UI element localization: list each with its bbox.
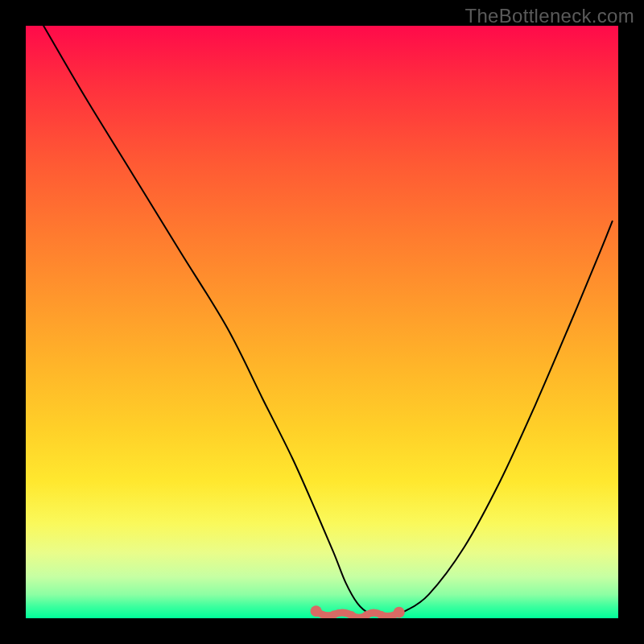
bottleneck-curve (43, 26, 613, 615)
watermark-text: TheBottleneck.com (464, 5, 634, 27)
chart-svg (26, 26, 618, 618)
bottom-marker-group (311, 605, 405, 618)
chart-frame: TheBottleneck.com (0, 0, 644, 644)
marker-dot (311, 605, 322, 617)
plot-area (26, 26, 618, 618)
marker-connector (316, 611, 399, 617)
marker-dot (394, 607, 405, 618)
